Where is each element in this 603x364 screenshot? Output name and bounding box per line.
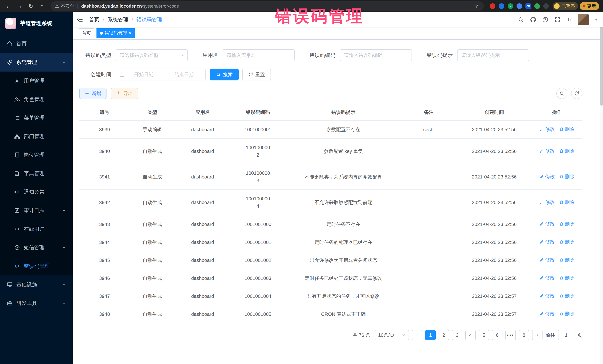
profile-chip[interactable]: 已暂停	[553, 2, 578, 10]
edit-link[interactable]: 修改	[540, 239, 555, 245]
end-date-placeholder[interactable]: 结束日期	[166, 71, 202, 78]
close-icon[interactable]: ×	[129, 31, 131, 35]
page-button-3[interactable]: 3	[452, 330, 462, 340]
page-button-8[interactable]: 8	[519, 330, 529, 340]
cell-created: 2021-04-20 23:52:56	[456, 269, 532, 287]
sidebar-item-notices[interactable]: 通知公告	[0, 183, 73, 201]
toggle-search-button[interactable]	[556, 88, 567, 99]
edit-link[interactable]: 修改	[540, 256, 555, 263]
edit-link[interactable]: 修改	[540, 275, 555, 281]
back-button[interactable]: ←	[4, 1, 13, 11]
date-range-picker[interactable]: 开始日期 - 结束日期	[116, 69, 206, 80]
font-size-icon[interactable]: TT	[567, 17, 572, 22]
goto-page-input[interactable]	[558, 330, 574, 340]
delete-link[interactable]: 删除	[559, 275, 574, 281]
more-pages-button[interactable]: •••	[505, 330, 516, 340]
reset-button[interactable]: 重置	[242, 69, 271, 80]
sidebar-item-online-users[interactable]: 在线用户	[0, 220, 73, 238]
tag-error-code-active[interactable]: 错误码管理 ×	[96, 28, 135, 38]
caret-down-icon[interactable]	[595, 19, 598, 21]
page-size-select[interactable]: 10条/页	[375, 330, 409, 340]
sidebar-item-home[interactable]: 首页	[0, 34, 73, 53]
error-type-select[interactable]	[116, 49, 188, 61]
extension-on-badge[interactable]: on	[525, 3, 531, 9]
error-code-input[interactable]	[340, 49, 412, 61]
plus-icon	[85, 91, 89, 96]
edit-link[interactable]: 修改	[540, 199, 555, 206]
edit-link[interactable]: 修改	[540, 148, 555, 154]
sidebar-item-system[interactable]: 系统管理	[0, 53, 73, 72]
cell-id: 3943	[79, 215, 130, 233]
delete-link[interactable]: 删除	[559, 221, 574, 227]
tag-home[interactable]: 首页	[79, 28, 94, 38]
edit-link[interactable]: 修改	[540, 292, 555, 299]
breadcrumb-item[interactable]: 系统管理	[108, 16, 128, 23]
add-button[interactable]: 新增	[79, 88, 106, 99]
delete-link[interactable]: 删除	[559, 148, 574, 154]
extension-icon[interactable]	[517, 3, 522, 9]
error-type-select-input[interactable]	[116, 49, 188, 61]
edit-link[interactable]: 修改	[540, 126, 555, 132]
delete-link[interactable]: 删除	[559, 173, 574, 180]
next-page-button[interactable]	[532, 330, 543, 340]
page-button-2[interactable]: 2	[439, 330, 449, 340]
app-logo[interactable]: 芋道管理系统	[0, 12, 73, 34]
search-icon[interactable]	[518, 16, 524, 23]
sidebar-item-dictionary[interactable]: 字典管理	[0, 164, 73, 183]
url-text[interactable]: dashboard.yudao.iocoder.cn/system/error-…	[81, 3, 179, 9]
home-button[interactable]: ⌂	[37, 1, 47, 11]
sidebar-item-devtools[interactable]: 研发工具	[0, 294, 73, 312]
page-button-5[interactable]: 5	[479, 330, 489, 340]
help-icon[interactable]	[542, 16, 548, 23]
address-bar[interactable]: ⚠ 不安全 | dashboard.yudao.iocoder.cn/syste…	[50, 1, 484, 11]
security-chip[interactable]: ⚠ 不安全	[55, 3, 74, 9]
sidebar-item-label: 错误码管理	[24, 263, 50, 270]
extension-icon[interactable]	[499, 3, 504, 9]
bookmark-star-icon[interactable]: ☆	[475, 3, 479, 9]
update-button[interactable]: 更新	[580, 2, 599, 10]
prev-page-button[interactable]	[412, 330, 422, 340]
github-icon[interactable]	[530, 16, 536, 23]
delete-link[interactable]: 删除	[559, 239, 574, 245]
app-name-input[interactable]	[223, 49, 295, 61]
page-button-1[interactable]: 1	[425, 330, 436, 340]
sidebar-item-menus[interactable]: 菜单管理	[0, 109, 73, 127]
refresh-table-button[interactable]	[571, 88, 582, 99]
avatar[interactable]	[578, 14, 589, 25]
sidebar-item-audit-log[interactable]: 审计日志	[0, 201, 73, 220]
export-button[interactable]: 导出	[111, 88, 138, 99]
page-button-4[interactable]: 4	[465, 330, 476, 340]
delete-link[interactable]: 删除	[559, 199, 574, 206]
edit-link[interactable]: 修改	[540, 173, 555, 180]
extension-icon[interactable]	[534, 3, 540, 9]
window-scrollbar[interactable]	[600, 12, 603, 364]
fullscreen-icon[interactable]	[554, 16, 561, 23]
forward-button[interactable]: →	[15, 1, 24, 11]
reload-button[interactable]: ↻	[26, 1, 36, 11]
sidebar-item-users[interactable]: 用户管理	[0, 72, 73, 90]
delete-link[interactable]: 删除	[559, 126, 574, 132]
start-date-placeholder[interactable]: 开始日期	[126, 71, 162, 78]
page-button-6[interactable]: 6	[492, 330, 502, 340]
delete-link[interactable]: 删除	[559, 256, 574, 263]
filter-label: 错误码编码	[310, 52, 340, 59]
sidebar-item-departments[interactable]: 部门管理	[0, 127, 73, 146]
extension-icon[interactable]	[490, 3, 495, 9]
sidebar-item-error-code[interactable]: 错误码管理	[0, 257, 73, 276]
table-row: 3944 自动生成 dashboard 1001001001 定时任务的处理器已…	[79, 233, 582, 251]
delete-link[interactable]: 删除	[559, 292, 574, 299]
sidebar-item-positions[interactable]: 岗位管理	[0, 146, 73, 164]
breadcrumb-item[interactable]: 首页	[89, 16, 99, 23]
delete-link[interactable]: 删除	[559, 310, 574, 317]
error-hint-input[interactable]	[457, 49, 529, 61]
vue-devtools-icon[interactable]: V	[508, 3, 513, 9]
sidebar-item-infrastructure[interactable]: 基础设施	[0, 276, 73, 294]
search-button[interactable]: 搜索	[210, 69, 239, 80]
extension-icon[interactable]	[543, 3, 549, 9]
monitor-icon	[7, 282, 13, 288]
edit-link[interactable]: 修改	[540, 310, 555, 317]
sidebar-item-roles[interactable]: 角色管理	[0, 90, 73, 109]
sidebar-item-sms[interactable]: 短信管理	[0, 238, 73, 257]
edit-link[interactable]: 修改	[540, 221, 555, 227]
sidebar-fold-button[interactable]	[76, 16, 83, 23]
